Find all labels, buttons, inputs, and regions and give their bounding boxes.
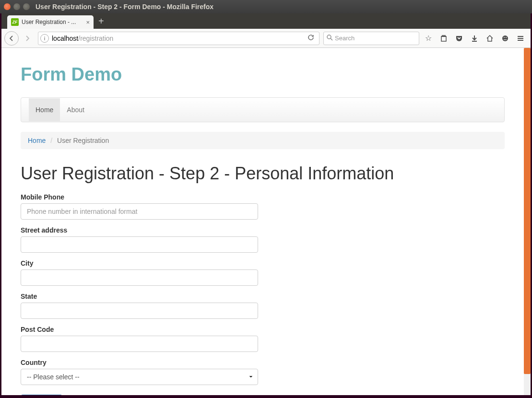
form-group-city: City <box>21 259 505 286</box>
smiley-icon[interactable] <box>498 31 512 46</box>
search-placeholder: Search <box>335 35 355 42</box>
home-icon[interactable] <box>483 31 497 46</box>
new-tab-button[interactable]: + <box>98 16 104 29</box>
page-heading: User Registration - Step 2 - Personal In… <box>21 164 505 184</box>
city-label: City <box>21 259 505 267</box>
forward-arrow-icon <box>24 35 31 42</box>
window-title: User Registration - Step 2 - Form Demo -… <box>35 3 213 11</box>
scrollbar-track[interactable] <box>524 48 531 395</box>
svg-point-7 <box>506 37 507 38</box>
tab-bar: ZF User Registration - ... × + <box>1 13 531 29</box>
postcode-input[interactable] <box>21 336 258 352</box>
url-path: /registration <box>78 35 113 42</box>
brand-title: Form Demo <box>21 64 505 85</box>
postcode-label: Post Code <box>21 326 505 333</box>
tab-close-icon[interactable]: × <box>86 19 90 26</box>
search-icon <box>327 35 333 42</box>
form-group-phone: Mobile Phone <box>21 193 505 220</box>
window-minimize-button[interactable] <box>13 3 20 10</box>
url-host: localhost <box>52 35 78 42</box>
city-input[interactable] <box>21 269 258 286</box>
forward-button[interactable] <box>21 32 34 45</box>
svg-point-6 <box>504 37 505 38</box>
window-close-button[interactable] <box>4 3 11 10</box>
svg-point-0 <box>327 35 331 39</box>
url-bar[interactable]: i localhost/registration <box>38 32 319 45</box>
country-label: Country <box>21 359 505 366</box>
form-group-street: Street address <box>21 226 505 253</box>
back-button[interactable] <box>4 31 19 46</box>
street-label: Street address <box>21 226 505 234</box>
street-input[interactable] <box>21 236 258 253</box>
form-group-country: Country -- Please select -- <box>21 359 505 385</box>
downloads-icon[interactable] <box>467 31 482 46</box>
nav-bar: Home About <box>21 97 505 122</box>
window-maximize-button[interactable] <box>23 3 30 10</box>
breadcrumb-home-link[interactable]: Home <box>28 137 46 144</box>
site-info-icon[interactable]: i <box>40 34 49 43</box>
bookmark-star-icon[interactable]: ☆ <box>421 31 436 46</box>
search-bar[interactable]: Search <box>323 32 419 45</box>
library-icon[interactable] <box>437 31 451 46</box>
svg-point-5 <box>502 35 508 41</box>
nav-item-home[interactable]: Home <box>29 98 60 121</box>
country-select[interactable]: -- Please select -- <box>21 369 258 385</box>
tab-active[interactable]: ZF User Registration - ... × <box>7 15 94 29</box>
scrollbar-thumb[interactable] <box>524 48 531 374</box>
state-input[interactable] <box>21 303 258 319</box>
window-controls <box>4 3 30 10</box>
form-group-state: State <box>21 293 505 319</box>
toolbar: i localhost/registration Search ☆ <box>1 29 531 48</box>
form-group-postcode: Post Code <box>21 326 505 352</box>
breadcrumb-separator: / <box>50 137 52 144</box>
breadcrumb-current: User Registration <box>57 137 109 144</box>
content-area: Form Demo Home About Home / User Registr… <box>0 48 532 397</box>
breadcrumb: Home / User Registration <box>21 132 505 149</box>
svg-rect-2 <box>441 36 446 41</box>
pocket-icon[interactable] <box>452 31 466 46</box>
page-content: Form Demo Home About Home / User Registr… <box>1 48 524 397</box>
tab-title: User Registration - ... <box>22 19 83 25</box>
next-step-button[interactable]: Next Step <box>21 395 62 397</box>
url-text: localhost/registration <box>52 35 305 42</box>
state-label: State <box>21 293 505 300</box>
nav-item-about[interactable]: About <box>60 98 91 121</box>
menu-icon[interactable] <box>513 31 528 46</box>
svg-line-1 <box>331 38 332 40</box>
reload-button[interactable] <box>305 34 317 42</box>
tab-favicon-icon: ZF <box>11 18 19 26</box>
browser-chrome: ZF User Registration - ... × + i localho… <box>0 13 532 48</box>
reload-icon <box>307 34 314 41</box>
toolbar-icons: ☆ <box>421 31 528 46</box>
back-arrow-icon <box>8 35 15 42</box>
window-titlebar: User Registration - Step 2 - Form Demo -… <box>0 0 532 13</box>
phone-input[interactable] <box>21 203 258 220</box>
phone-label: Mobile Phone <box>21 193 505 201</box>
